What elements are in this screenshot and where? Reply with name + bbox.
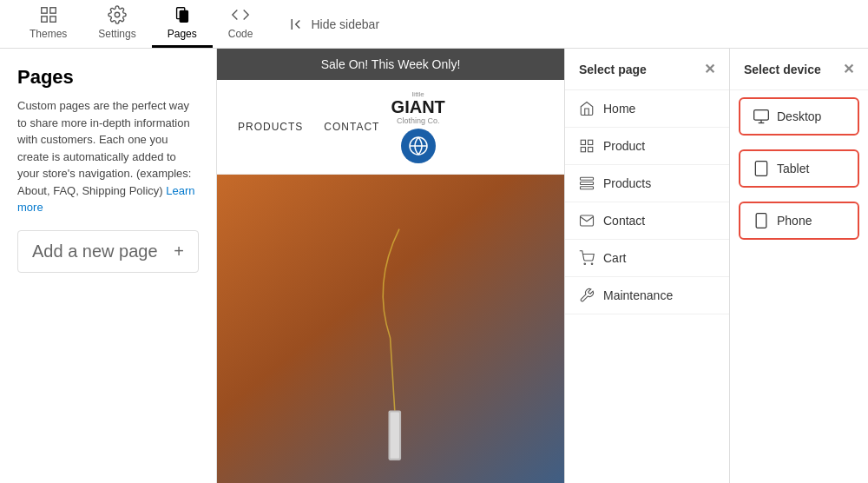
svg-point-20 (591, 263, 593, 265)
svg-rect-24 (755, 162, 766, 176)
svg-rect-26 (756, 214, 766, 228)
svg-rect-18 (581, 187, 594, 189)
code-icon (231, 5, 250, 24)
logo-giant: GIANT (391, 97, 445, 116)
page-contact-label: Contact (603, 214, 645, 228)
device-desktop-label: Desktop (777, 109, 821, 123)
svg-rect-14 (589, 140, 593, 144)
center-preview: Sale On! This Week Only! PRODUCTS CONTAC… (217, 49, 564, 483)
product-image (217, 175, 564, 483)
add-icon: + (174, 242, 184, 261)
page-item-products[interactable]: Products (565, 165, 729, 202)
select-page-header: Select page ✕ (565, 49, 729, 90)
grid-icon (39, 5, 58, 24)
page-maintenance-label: Maintenance (603, 288, 673, 302)
svg-rect-11 (391, 413, 399, 459)
page-list: Home Product Products (565, 90, 729, 314)
toolbar-item-code[interactable]: Code (213, 0, 269, 48)
device-phone[interactable]: Phone (739, 202, 859, 240)
sidebar-description: Custom pages are the perfect way to shar… (17, 97, 199, 216)
necklace-background (217, 175, 564, 483)
monitor-icon (753, 108, 770, 125)
page-item-maintenance[interactable]: Maintenance (565, 277, 729, 314)
device-phone-label: Phone (777, 214, 812, 228)
products-icon (579, 175, 595, 191)
svg-rect-0 (41, 8, 46, 13)
select-device-title: Select device (744, 63, 821, 76)
preview-nav: PRODUCTS CONTACT little GIANT Clothing C… (217, 80, 564, 175)
svg-rect-2 (41, 17, 46, 22)
necklace-svg (217, 175, 564, 483)
svg-rect-3 (50, 17, 56, 22)
gear-icon (108, 5, 127, 24)
toolbar-item-pages[interactable]: Pages (152, 0, 213, 48)
page-products-label: Products (603, 176, 651, 190)
main-area: Pages Custom pages are the perfect way t… (0, 49, 868, 483)
svg-rect-1 (50, 8, 56, 13)
hide-sidebar-button[interactable]: Hide sidebar (283, 13, 386, 36)
page-home-label: Home (603, 102, 635, 116)
svg-rect-15 (589, 148, 593, 152)
svg-rect-17 (581, 182, 594, 185)
logo-clothing: Clothing Co. (391, 116, 445, 125)
toolbar-pages-label: Pages (168, 28, 197, 40)
svg-rect-6 (180, 10, 187, 22)
toolbar-themes-label: Themes (30, 28, 67, 40)
preview-nav-links: PRODUCTS CONTACT (238, 121, 379, 133)
svg-point-19 (584, 263, 586, 265)
svg-rect-12 (581, 140, 585, 144)
preview-logo: little GIANT Clothing Co. (391, 90, 445, 163)
add-page-button[interactable]: Add a new page + (17, 230, 199, 273)
svg-rect-13 (581, 148, 585, 152)
page-cart-label: Cart (603, 251, 626, 265)
toolbar: Themes Settings Pages Code (0, 0, 868, 49)
page-product-label: Product (603, 139, 645, 153)
page-item-home[interactable]: Home (565, 90, 729, 128)
svg-rect-16 (581, 177, 594, 180)
wrench-icon (579, 288, 595, 303)
svg-point-4 (115, 12, 120, 17)
device-tablet[interactable]: Tablet (739, 149, 859, 188)
nav-products: PRODUCTS (238, 121, 303, 133)
home-icon (579, 101, 595, 116)
toolbar-item-themes[interactable]: Themes (14, 0, 82, 48)
select-device-header: Select device ✕ (730, 49, 868, 90)
hide-sidebar-icon (290, 17, 306, 32)
hide-sidebar-label: Hide sidebar (311, 17, 379, 31)
tablet-icon (753, 160, 770, 177)
cart-icon (579, 250, 595, 266)
product-icon (579, 138, 595, 154)
preview-frame: Sale On! This Week Only! PRODUCTS CONTAC… (217, 49, 564, 483)
page-item-cart[interactable]: Cart (565, 240, 729, 277)
select-page-title: Select page (579, 63, 647, 76)
left-sidebar: Pages Custom pages are the perfect way t… (0, 49, 217, 483)
mail-icon (579, 213, 595, 228)
select-page-close[interactable]: ✕ (704, 61, 715, 77)
device-tablet-label: Tablet (777, 162, 809, 175)
toolbar-settings-label: Settings (98, 28, 135, 40)
preview-banner: Sale On! This Week Only! (217, 49, 564, 80)
toolbar-nav: Themes Settings Pages Code (14, 0, 268, 48)
select-device-close[interactable]: ✕ (843, 61, 854, 77)
preview-hero: $39.95 VERTICAL BAR NECKLACE ROSE GOLD ▾… (217, 175, 564, 483)
toolbar-code-label: Code (228, 28, 253, 40)
nav-contact: CONTACT (324, 121, 379, 133)
phone-icon (753, 212, 770, 229)
page-item-product[interactable]: Product (565, 128, 729, 165)
globe-icon (408, 136, 429, 156)
toolbar-item-settings[interactable]: Settings (82, 0, 151, 48)
select-page-panel: Select page ✕ Home Product (564, 49, 729, 483)
pages-icon (173, 5, 192, 24)
logo-image (401, 129, 436, 163)
page-item-contact[interactable]: Contact (565, 202, 729, 240)
right-panels: Select page ✕ Home Product (564, 49, 868, 483)
device-desktop[interactable]: Desktop (739, 97, 859, 136)
select-device-panel: Select device ✕ Desktop Tablet Phone (729, 49, 868, 483)
svg-rect-21 (754, 110, 769, 121)
add-page-label: Add a new page (32, 242, 158, 261)
sidebar-title: Pages (17, 66, 199, 89)
